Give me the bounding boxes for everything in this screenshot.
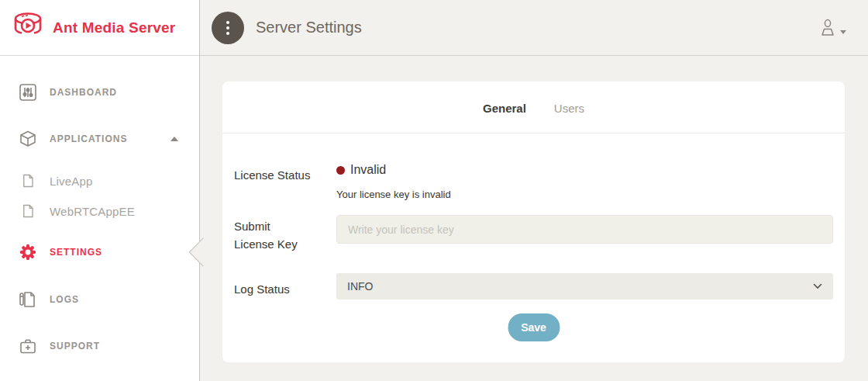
file-icon	[21, 204, 35, 218]
log-status-label: Log Status	[234, 280, 327, 298]
sidebar-item-label: DASHBOARD	[50, 87, 117, 98]
sliders-icon	[19, 83, 37, 102]
sidebar-item-logs[interactable]: LOGS	[0, 287, 199, 312]
license-status-value: Invalid	[336, 163, 386, 177]
sidebar: Ant Media Server DASHBOARD	[0, 0, 200, 381]
page-title: Server Settings	[256, 19, 362, 36]
sidebar-item-label: LiveApp	[50, 175, 93, 188]
license-status-detail: Your license key is invalid	[336, 189, 451, 200]
license-key-input[interactable]	[336, 215, 833, 244]
log-status-select[interactable]: INFO	[336, 273, 833, 300]
sidebar-item-label: WebRTCAppEE	[50, 205, 135, 218]
app-window: Ant Media Server DASHBOARD	[0, 0, 868, 381]
save-button[interactable]: Save	[508, 313, 560, 341]
chevron-down-icon	[840, 30, 846, 34]
status-invalid-dot-icon	[336, 166, 345, 175]
sidebar-item-settings[interactable]: SETTINGS	[0, 240, 199, 265]
logs-icon	[19, 290, 37, 309]
tab-users[interactable]: Users	[554, 102, 584, 115]
user-icon	[818, 17, 837, 40]
support-icon	[19, 337, 37, 355]
license-status-text: Invalid	[350, 163, 386, 177]
file-icon	[21, 174, 35, 188]
sidebar-item-applications[interactable]: APPLICATIONS	[0, 126, 199, 151]
tabs-divider	[222, 133, 845, 133]
tab-general[interactable]: General	[483, 102, 526, 115]
sidebar-item-label: SETTINGS	[50, 247, 102, 258]
ant-media-logo-icon	[11, 11, 45, 45]
user-menu-button[interactable]	[818, 17, 846, 40]
sidebar-item-webrtcappee[interactable]: WebRTCAppEE	[0, 199, 199, 223]
sidebar-item-liveapp[interactable]: LiveApp	[0, 168, 199, 193]
server-settings-card: General Users License Status Invalid You…	[222, 81, 845, 362]
kebab-menu-button[interactable]	[212, 12, 244, 44]
sidebar-item-label: LOGS	[50, 294, 79, 305]
header: Server Settings	[200, 0, 868, 56]
brand-name: Ant Media Server	[53, 19, 175, 36]
sidebar-item-label: SUPPORT	[50, 341, 100, 352]
submit-license-key-label: Submit License Key	[234, 217, 308, 253]
box-icon	[19, 130, 37, 148]
sidebar-item-dashboard[interactable]: DASHBOARD	[0, 80, 199, 105]
brand-logo[interactable]: Ant Media Server	[0, 0, 199, 56]
tab-bar: General Users	[222, 102, 845, 115]
sidebar-item-support[interactable]: SUPPORT	[0, 334, 199, 358]
license-status-label: License Status	[234, 166, 327, 184]
sidebar-item-label: APPLICATIONS	[50, 133, 127, 144]
chevron-up-icon	[170, 137, 178, 141]
log-status-selected-value: INFO	[347, 280, 373, 293]
chevron-down-icon	[813, 283, 822, 289]
gear-icon	[19, 243, 37, 262]
